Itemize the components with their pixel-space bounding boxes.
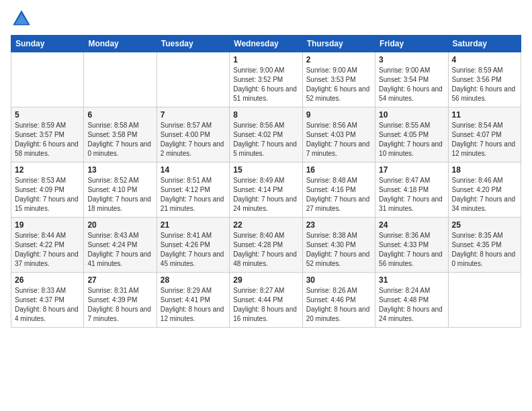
day-info: Sunrise: 8:58 AM Sunset: 3:58 PM Dayligh…	[87, 121, 152, 158]
calendar-cell: 11Sunrise: 8:54 AM Sunset: 4:07 PM Dayli…	[448, 107, 521, 163]
weekday-header: Wednesday	[230, 36, 302, 52]
day-number: 16	[306, 165, 371, 175]
calendar-cell: 20Sunrise: 8:43 AM Sunset: 4:24 PM Dayli…	[84, 218, 157, 273]
calendar-week-row: 19Sunrise: 8:44 AM Sunset: 4:22 PM Dayli…	[11, 218, 521, 273]
calendar-cell: 7Sunrise: 8:57 AM Sunset: 4:00 PM Daylig…	[157, 107, 229, 163]
calendar-table: SundayMondayTuesdayWednesdayThursdayFrid…	[11, 35, 521, 328]
calendar-cell: 2Sunrise: 9:00 AM Sunset: 3:53 PM Daylig…	[302, 52, 375, 107]
logo	[11, 8, 36, 30]
calendar-cell	[11, 52, 84, 107]
day-info: Sunrise: 8:36 AM Sunset: 4:33 PM Dayligh…	[379, 231, 444, 269]
day-number: 12	[15, 165, 80, 175]
calendar-cell: 25Sunrise: 8:35 AM Sunset: 4:35 PM Dayli…	[448, 218, 521, 273]
calendar-cell: 9Sunrise: 8:56 AM Sunset: 4:03 PM Daylig…	[302, 107, 375, 163]
day-number: 29	[233, 275, 298, 285]
day-number: 5	[15, 110, 80, 120]
weekday-header: Tuesday	[157, 36, 229, 52]
calendar-cell: 22Sunrise: 8:40 AM Sunset: 4:28 PM Dayli…	[230, 218, 302, 273]
weekday-header: Saturday	[448, 36, 521, 52]
day-number: 8	[233, 110, 298, 120]
day-info: Sunrise: 8:27 AM Sunset: 4:44 PM Dayligh…	[233, 286, 298, 324]
day-info: Sunrise: 8:44 AM Sunset: 4:22 PM Dayligh…	[15, 231, 80, 269]
day-number: 30	[306, 275, 371, 285]
day-info: Sunrise: 8:29 AM Sunset: 4:41 PM Dayligh…	[161, 286, 226, 324]
calendar-cell: 14Sunrise: 8:51 AM Sunset: 4:12 PM Dayli…	[157, 163, 229, 218]
calendar-cell: 10Sunrise: 8:55 AM Sunset: 4:05 PM Dayli…	[375, 107, 448, 163]
calendar-week-row: 1Sunrise: 9:00 AM Sunset: 3:52 PM Daylig…	[11, 52, 521, 107]
day-info: Sunrise: 8:31 AM Sunset: 4:39 PM Dayligh…	[87, 286, 152, 324]
calendar-cell: 26Sunrise: 8:33 AM Sunset: 4:37 PM Dayli…	[11, 273, 84, 328]
calendar-cell: 8Sunrise: 8:56 AM Sunset: 4:02 PM Daylig…	[230, 107, 302, 163]
calendar-cell: 15Sunrise: 8:49 AM Sunset: 4:14 PM Dayli…	[230, 163, 302, 218]
day-info: Sunrise: 8:48 AM Sunset: 4:16 PM Dayligh…	[306, 176, 371, 214]
calendar-cell: 16Sunrise: 8:48 AM Sunset: 4:16 PM Dayli…	[302, 163, 375, 218]
day-info: Sunrise: 8:46 AM Sunset: 4:20 PM Dayligh…	[452, 176, 517, 214]
calendar-cell: 5Sunrise: 8:59 AM Sunset: 3:57 PM Daylig…	[11, 107, 84, 163]
calendar-cell: 12Sunrise: 8:53 AM Sunset: 4:09 PM Dayli…	[11, 163, 84, 218]
day-number: 27	[87, 275, 152, 285]
day-number: 9	[306, 110, 371, 120]
day-info: Sunrise: 8:59 AM Sunset: 3:57 PM Dayligh…	[15, 121, 80, 158]
calendar-cell: 18Sunrise: 8:46 AM Sunset: 4:20 PM Dayli…	[448, 163, 521, 218]
day-info: Sunrise: 8:43 AM Sunset: 4:24 PM Dayligh…	[87, 231, 152, 269]
calendar-cell: 31Sunrise: 8:24 AM Sunset: 4:48 PM Dayli…	[375, 273, 448, 328]
calendar-week-row: 5Sunrise: 8:59 AM Sunset: 3:57 PM Daylig…	[11, 107, 521, 163]
day-number: 31	[379, 275, 444, 285]
day-info: Sunrise: 9:00 AM Sunset: 3:52 PM Dayligh…	[233, 66, 298, 103]
day-number: 17	[379, 165, 444, 175]
day-number: 23	[306, 220, 371, 230]
day-info: Sunrise: 8:26 AM Sunset: 4:46 PM Dayligh…	[306, 286, 371, 324]
day-number: 21	[161, 220, 226, 230]
day-info: Sunrise: 8:40 AM Sunset: 4:28 PM Dayligh…	[233, 231, 298, 269]
page-container: SundayMondayTuesdayWednesdayThursdayFrid…	[0, 0, 532, 333]
day-info: Sunrise: 8:52 AM Sunset: 4:10 PM Dayligh…	[87, 176, 152, 214]
day-info: Sunrise: 9:00 AM Sunset: 3:54 PM Dayligh…	[379, 66, 444, 103]
calendar-cell: 17Sunrise: 8:47 AM Sunset: 4:18 PM Dayli…	[375, 163, 448, 218]
page-header	[11, 8, 521, 30]
calendar-week-row: 26Sunrise: 8:33 AM Sunset: 4:37 PM Dayli…	[11, 273, 521, 328]
weekday-header-row: SundayMondayTuesdayWednesdayThursdayFrid…	[11, 36, 521, 52]
day-info: Sunrise: 8:56 AM Sunset: 4:03 PM Dayligh…	[306, 121, 371, 158]
day-number: 1	[233, 55, 298, 64]
day-info: Sunrise: 8:57 AM Sunset: 4:00 PM Dayligh…	[161, 121, 226, 158]
calendar-cell: 23Sunrise: 8:38 AM Sunset: 4:30 PM Dayli…	[302, 218, 375, 273]
day-info: Sunrise: 8:49 AM Sunset: 4:14 PM Dayligh…	[233, 176, 298, 214]
day-number: 26	[15, 275, 80, 285]
day-number: 13	[87, 165, 152, 175]
calendar-cell: 3Sunrise: 9:00 AM Sunset: 3:54 PM Daylig…	[375, 52, 448, 107]
calendar-cell: 28Sunrise: 8:29 AM Sunset: 4:41 PM Dayli…	[157, 273, 229, 328]
calendar-cell: 27Sunrise: 8:31 AM Sunset: 4:39 PM Dayli…	[84, 273, 157, 328]
day-number: 20	[87, 220, 152, 230]
day-number: 25	[452, 220, 517, 230]
calendar-cell: 29Sunrise: 8:27 AM Sunset: 4:44 PM Dayli…	[230, 273, 302, 328]
weekday-header: Sunday	[11, 36, 84, 52]
calendar-week-row: 12Sunrise: 8:53 AM Sunset: 4:09 PM Dayli…	[11, 163, 521, 218]
day-number: 2	[306, 55, 371, 64]
weekday-header: Thursday	[302, 36, 375, 52]
calendar-cell: 19Sunrise: 8:44 AM Sunset: 4:22 PM Dayli…	[11, 218, 84, 273]
weekday-header: Monday	[84, 36, 157, 52]
day-info: Sunrise: 8:51 AM Sunset: 4:12 PM Dayligh…	[161, 176, 226, 214]
day-number: 14	[161, 165, 226, 175]
day-number: 24	[379, 220, 444, 230]
day-number: 6	[87, 110, 152, 120]
day-info: Sunrise: 8:33 AM Sunset: 4:37 PM Dayligh…	[15, 286, 80, 324]
day-info: Sunrise: 8:54 AM Sunset: 4:07 PM Dayligh…	[452, 121, 517, 158]
day-info: Sunrise: 8:47 AM Sunset: 4:18 PM Dayligh…	[379, 176, 444, 214]
day-info: Sunrise: 8:24 AM Sunset: 4:48 PM Dayligh…	[379, 286, 444, 324]
day-info: Sunrise: 9:00 AM Sunset: 3:53 PM Dayligh…	[306, 66, 371, 103]
day-number: 4	[452, 55, 517, 64]
day-number: 11	[452, 110, 517, 120]
calendar-cell: 6Sunrise: 8:58 AM Sunset: 3:58 PM Daylig…	[84, 107, 157, 163]
day-info: Sunrise: 8:56 AM Sunset: 4:02 PM Dayligh…	[233, 121, 298, 158]
logo-icon	[11, 8, 32, 30]
day-info: Sunrise: 8:38 AM Sunset: 4:30 PM Dayligh…	[306, 231, 371, 269]
day-number: 15	[233, 165, 298, 175]
day-info: Sunrise: 8:59 AM Sunset: 3:56 PM Dayligh…	[452, 66, 517, 103]
day-number: 28	[161, 275, 226, 285]
calendar-cell: 1Sunrise: 9:00 AM Sunset: 3:52 PM Daylig…	[230, 52, 302, 107]
calendar-cell: 24Sunrise: 8:36 AM Sunset: 4:33 PM Dayli…	[375, 218, 448, 273]
day-number: 18	[452, 165, 517, 175]
calendar-cell	[448, 273, 521, 328]
calendar-cell: 4Sunrise: 8:59 AM Sunset: 3:56 PM Daylig…	[448, 52, 521, 107]
